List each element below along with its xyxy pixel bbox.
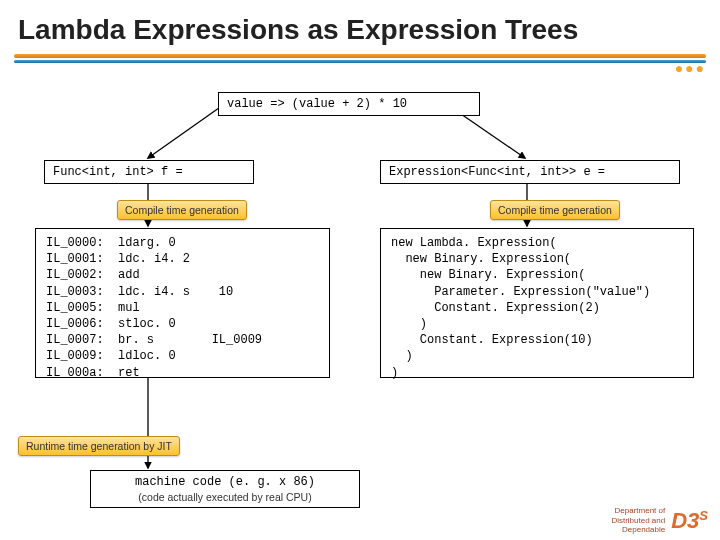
il-code-box: IL_0000: ldarg. 0 IL_0001: ldc. i4. 2 IL… (35, 228, 330, 378)
logo-superscript: S (699, 508, 708, 523)
machine-code-caption: (code actually executed by real CPU) (99, 491, 351, 503)
d3s-logo: D3S (671, 508, 708, 534)
func-declaration-box: Func<int, int> f = (44, 160, 254, 184)
compile-time-label-left: Compile time generation (117, 200, 247, 220)
lambda-expression-box: value => (value + 2) * 10 (218, 92, 480, 116)
machine-code-line: machine code (e. g. x 86) (99, 475, 351, 489)
footer-department: Department of Distributed and Dependable (611, 506, 665, 534)
compile-time-label-right: Compile time generation (490, 200, 620, 220)
machine-code-box: machine code (e. g. x 86) (code actually… (90, 470, 360, 508)
title-underline-blue (14, 60, 706, 63)
runtime-jit-label: Runtime time generation by JIT (18, 436, 180, 456)
expression-declaration-box: Expression<Func<int, int>> e = (380, 160, 680, 184)
expression-tree-code-box: new Lambda. Expression( new Binary. Expr… (380, 228, 694, 378)
footer: Department of Distributed and Dependable… (611, 506, 708, 534)
slide-title: Lambda Expressions as Expression Trees (0, 0, 720, 46)
decorative-dots: ●●● (675, 60, 706, 76)
logo-main: D3 (671, 508, 699, 533)
title-underline-orange (14, 54, 706, 58)
svg-line-1 (148, 103, 226, 158)
